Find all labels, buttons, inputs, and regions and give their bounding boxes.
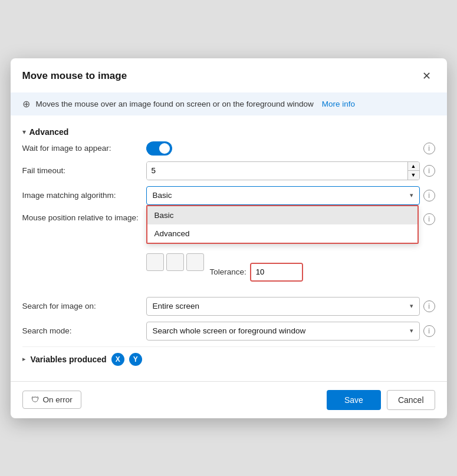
tolerance-input[interactable]	[251, 264, 303, 280]
variables-row: ▸ Variables produced X Y	[22, 346, 435, 372]
search-image-on-label: Search for image on:	[22, 302, 146, 310]
fail-timeout-row: Fail timeout: ▲ ▼ i	[22, 161, 435, 180]
mouse-position-label: Mouse position relative to image:	[22, 213, 146, 222]
wait-for-image-label: Wait for image to appear:	[22, 144, 146, 153]
fail-timeout-label: Fail timeout:	[22, 166, 146, 175]
search-image-on-control: Entire screen ▾	[146, 297, 420, 316]
on-error-button[interactable]: 🛡 On error	[22, 391, 81, 409]
mouse-position-info-icon[interactable]: i	[423, 213, 435, 225]
option-advanced[interactable]: Advanced	[147, 224, 417, 243]
info-bar: ⊕ Moves the mouse over an image found on…	[11, 92, 447, 115]
variable-badge-y: Y	[129, 353, 142, 366]
variables-label: Variables produced	[31, 355, 107, 364]
image-matching-dropdown-list: Basic Advanced	[146, 205, 419, 244]
save-button[interactable]: Save	[327, 390, 381, 410]
title-bar: Move mouse to image ✕	[11, 58, 447, 92]
search-image-on-value: Entire screen	[153, 302, 410, 310]
cancel-button[interactable]: Cancel	[387, 390, 435, 410]
advanced-section-header[interactable]: ▾ Advanced	[22, 121, 435, 141]
toggle-knob	[159, 143, 170, 154]
shield-icon: 🛡	[31, 395, 40, 404]
info-bar-text: Moves the mouse over an image found on s…	[36, 100, 314, 108]
image-matching-info-icon[interactable]: i	[423, 190, 435, 201]
variables-chevron[interactable]: ▸	[22, 355, 26, 363]
pos-mid-right[interactable]	[186, 253, 204, 271]
fail-timeout-input-wrap: ▲ ▼	[146, 161, 420, 180]
search-mode-value: Search whole screen or foreground window	[153, 326, 410, 335]
pos-mid-left[interactable]	[146, 253, 164, 271]
tolerance-label: Tolerance:	[210, 267, 246, 276]
fail-timeout-info-icon[interactable]: i	[423, 165, 435, 177]
search-mode-dropdown[interactable]: Search whole screen or foreground window…	[146, 322, 420, 341]
image-matching-row: Image matching algorithm: Basic ▾ i Basi…	[22, 186, 435, 205]
more-info-link[interactable]: More info	[322, 100, 355, 108]
mouse-icon: ⊕	[22, 98, 30, 110]
dialog-body: ▾ Advanced Wait for image to appear: i F…	[11, 115, 447, 381]
search-mode-control: Search whole screen or foreground window…	[146, 322, 420, 341]
wait-for-image-row: Wait for image to appear: i	[22, 141, 435, 156]
dialog-title: Move mouse to image	[22, 70, 127, 82]
search-image-on-row: Search for image on: Entire screen ▾ i	[22, 297, 435, 316]
wait-for-image-toggle[interactable]	[146, 141, 172, 156]
variable-badge-x: X	[111, 353, 124, 366]
footer: 🛡 On error Save Cancel	[11, 381, 447, 418]
image-matching-value: Basic	[153, 191, 410, 200]
search-mode-row: Search mode: Search whole screen or fore…	[22, 322, 435, 341]
search-image-on-dropdown[interactable]: Entire screen ▾	[146, 297, 420, 316]
advanced-section-title: Advanced	[29, 127, 69, 137]
wait-for-image-info-icon[interactable]: i	[423, 143, 435, 154]
option-basic[interactable]: Basic	[147, 206, 417, 224]
fail-timeout-up[interactable]: ▲	[408, 162, 419, 171]
footer-actions: Save Cancel	[327, 390, 435, 410]
wait-for-image-control	[146, 141, 420, 156]
fail-timeout-input[interactable]	[147, 162, 407, 180]
search-mode-label: Search mode:	[22, 326, 146, 335]
pos-mid-center[interactable]	[166, 253, 184, 271]
image-matching-label: Image matching algorithm:	[22, 191, 146, 200]
search-mode-arrow: ▾	[410, 327, 413, 335]
image-matching-control: Basic ▾	[146, 186, 420, 205]
search-image-on-arrow: ▾	[410, 302, 413, 310]
advanced-chevron: ▾	[22, 128, 26, 136]
position-grid-bottom	[146, 253, 204, 291]
image-matching-arrow: ▾	[410, 191, 413, 199]
dialog: Move mouse to image ✕ ⊕ Moves the mouse …	[11, 58, 447, 418]
close-button[interactable]: ✕	[419, 68, 435, 84]
on-error-label: On error	[43, 395, 73, 404]
image-matching-dropdown[interactable]: Basic ▾	[146, 186, 420, 205]
fail-timeout-control: ▲ ▼	[146, 161, 420, 180]
search-image-on-info-icon[interactable]: i	[423, 300, 435, 312]
tolerance-input-wrap: ▲ ▼	[250, 263, 303, 282]
search-mode-info-icon[interactable]: i	[423, 325, 435, 337]
fail-timeout-spinner: ▲ ▼	[407, 162, 419, 180]
fail-timeout-down[interactable]: ▼	[408, 170, 419, 180]
